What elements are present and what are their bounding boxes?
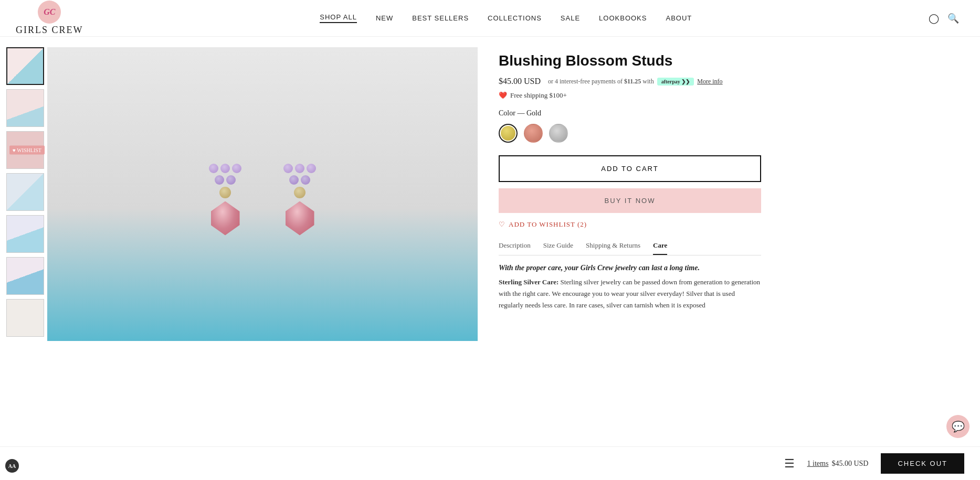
thumbnail-list: ♥ WISHLIST <box>0 47 47 341</box>
header: GC GIRLS CREW SHOP ALL NEW BEST SELLERS … <box>0 0 980 37</box>
color-swatches <box>499 124 761 143</box>
care-bold-label: Sterling Silver Care: <box>499 278 559 286</box>
nav-best-sellers[interactable]: BEST SELLERS <box>412 14 469 22</box>
swatch-rose[interactable] <box>524 124 543 143</box>
nav-lookbooks[interactable]: LOOKBOOKS <box>599 14 647 22</box>
main-product-image <box>47 47 478 341</box>
swatch-silver[interactable] <box>549 124 568 143</box>
search-icon[interactable]: 🔍 <box>947 13 959 24</box>
tab-size-guide[interactable]: Size Guide <box>543 241 573 255</box>
wishlist-tag: ♥ WISHLIST <box>9 146 45 155</box>
earring-right <box>283 164 316 236</box>
thumbnail-6[interactable] <box>6 257 44 295</box>
thumbnail-4[interactable] <box>6 173 44 211</box>
product-title: Blushing Blossom Studs <box>499 52 761 69</box>
nav-collections[interactable]: COLLECTIONS <box>488 14 542 22</box>
main-content: ♥ WISHLIST <box>0 37 980 383</box>
tab-description[interactable]: Description <box>499 241 531 255</box>
heart-icon: ❤️ <box>499 91 507 100</box>
nav-shop-all[interactable]: SHOP ALL <box>320 13 357 23</box>
account-icon[interactable]: ◯ <box>929 13 939 24</box>
tab-care[interactable]: Care <box>653 241 667 255</box>
tab-shipping-returns[interactable]: Shipping & Returns <box>586 241 640 255</box>
nav-about[interactable]: ABOUT <box>666 14 692 22</box>
logo-icon: GC <box>38 1 61 24</box>
thumbnail-2[interactable] <box>6 89 44 127</box>
main-nav: SHOP ALL NEW BEST SELLERS COLLECTIONS SA… <box>320 13 692 23</box>
thumbnail-1[interactable] <box>6 47 44 85</box>
wishlist-link[interactable]: ♡ ADD TO WISHLIST (2) <box>499 220 761 229</box>
nav-new[interactable]: NEW <box>376 14 393 22</box>
header-icons: ◯ 🔍 <box>929 13 959 24</box>
color-label: Color — Gold <box>499 109 761 118</box>
shipping-row: ❤️ Free shipping $100+ <box>499 91 761 100</box>
thumbnail-5[interactable] <box>6 215 44 253</box>
logo-text: GIRLS CREW <box>16 25 83 36</box>
wishlist-label: ADD TO WISHLIST (2) <box>509 220 587 229</box>
swatch-gold[interactable] <box>499 124 518 143</box>
afterpay-info: or 4 interest-free payments of $11.25 wi… <box>548 78 723 86</box>
earring-left <box>209 164 241 236</box>
thumbnail-7[interactable] <box>6 299 44 337</box>
nav-sale[interactable]: SALE <box>561 14 580 22</box>
care-text: Sterling Silver Care: Sterling silver je… <box>499 276 761 311</box>
add-to-cart-button[interactable]: ADD TO CART <box>499 155 761 182</box>
afterpay-badge: afterpay ❯❯ <box>657 78 694 86</box>
product-tabs: Description Size Guide Shipping & Return… <box>499 241 761 255</box>
care-heading: With the proper care, your Girls Crew je… <box>499 264 761 272</box>
product-info-panel: Blushing Blossom Studs $45.00 USD or 4 i… <box>478 47 782 341</box>
wishlist-heart-icon: ♡ <box>499 220 505 229</box>
more-info-link[interactable]: More info <box>697 78 722 85</box>
logo[interactable]: GC GIRLS CREW <box>16 1 83 36</box>
shipping-text: Free shipping $100+ <box>510 91 567 100</box>
buy-now-button[interactable]: BUY IT NOW <box>499 188 761 213</box>
product-price: $45.00 USD <box>499 77 541 86</box>
price-row: $45.00 USD or 4 interest-free payments o… <box>499 77 761 86</box>
